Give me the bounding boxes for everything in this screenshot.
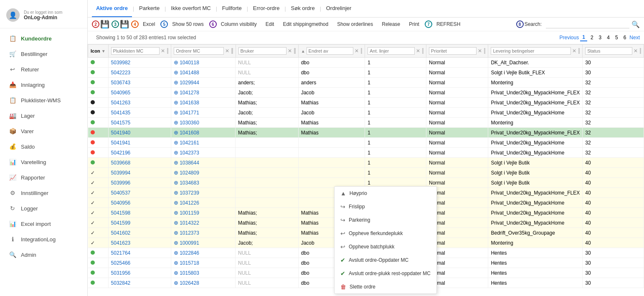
filter-ordrenr[interactable]	[174, 47, 224, 55]
table-row[interactable]: 5042196 ⊕1042373 1 Normal Privat_Under20…	[88, 148, 644, 158]
table-row[interactable]: ✓ 5039994 ⊕1024809 1 Normal Solgt i Vejl…	[88, 168, 644, 178]
col-resize-ordrenr[interactable]	[231, 48, 233, 54]
filter-clear-endret-av[interactable]: ✕	[355, 48, 359, 54]
expand-btn[interactable]: ⊕	[174, 230, 178, 236]
show50rows-button[interactable]: Show 50 rows	[169, 20, 207, 28]
expand-btn[interactable]: ⊕	[174, 270, 178, 276]
filter-clear-ant-linjer[interactable]: ✕	[416, 48, 420, 54]
sidebar-item-innlagring[interactable]: 📥Innlagring	[2, 77, 85, 92]
ordrenr-link[interactable]: 1034683	[180, 180, 199, 186]
col-resize-plukkliste[interactable]	[167, 48, 168, 54]
plukkliste-link[interactable]: 5042196	[111, 150, 131, 156]
plukkliste-link[interactable]: 5039982	[111, 60, 131, 66]
plukkliste-link[interactable]: 5040956	[111, 200, 131, 206]
plukkliste-link[interactable]: 5041599	[111, 220, 131, 226]
tab-error-ordre[interactable]: Error-ordre	[249, 0, 284, 17]
sidebar-item-bestillinger[interactable]: 🛒Bestillinger	[2, 46, 85, 61]
plukkliste-link[interactable]: 5040965	[111, 90, 131, 96]
table-row[interactable]: 5042223 ⊕1041488 NULL dbo 1 Normal Solgt…	[88, 68, 644, 78]
filter-prioritet[interactable]	[429, 47, 477, 55]
expand-btn[interactable]: ⊕	[174, 69, 178, 76]
ordrenr-link[interactable]: 1042161	[180, 140, 199, 146]
expand-btn[interactable]: ⊕	[174, 210, 178, 216]
plukkliste-link[interactable]: 5041940	[111, 130, 131, 136]
sidebar-item-admin[interactable]: 🔍Admin	[2, 247, 85, 262]
expand-btn[interactable]: ⊕	[174, 190, 178, 196]
expand-btn[interactable]: ⊕	[174, 260, 178, 266]
next-page-btn[interactable]: Next	[629, 35, 640, 40]
filter-clear-plukkliste[interactable]: ✕	[161, 48, 165, 54]
filter-levering[interactable]	[491, 47, 570, 55]
plukkliste-link[interactable]: 5025466	[111, 260, 131, 266]
table-row[interactable]: 5041435 ⊕1041771 Jacob; Jacob 1 Normal P…	[88, 108, 644, 118]
expand-btn[interactable]: ⊕	[174, 149, 178, 156]
page-4-btn[interactable]: 4	[605, 34, 612, 41]
ordrenr-link[interactable]: 1037239	[180, 190, 199, 196]
filter-clear-levering[interactable]: ✕	[572, 48, 576, 54]
edit-shipping-button[interactable]: Edit shippingmethod	[279, 20, 332, 28]
expand-btn[interactable]: ⊕	[174, 220, 178, 226]
expand-btn[interactable]: ⊕	[174, 79, 178, 86]
page-3-btn[interactable]: 3	[597, 34, 604, 41]
plukkliste-link[interactable]: 5041598	[111, 210, 131, 216]
tab-ikke-overfort-mc[interactable]: Ikke overfort MC	[167, 0, 215, 17]
table-row[interactable]: 5041575 ⊕1030360 Mathias; Mathias 1 Norm…	[88, 118, 644, 128]
plukkliste-link[interactable]: 5039994	[111, 170, 131, 176]
context-menu-item-oppheve-flerkundeplukk[interactable]: ↩Oppheve flerkundeplukk	[335, 227, 436, 240]
sidebar-item-saldo[interactable]: 💰Saldo	[2, 139, 85, 154]
ordrenr-link[interactable]: 1014322	[180, 220, 199, 226]
table-row[interactable]: 5040965 ⊕1041278 Jacob; Jacob 1 Normal P…	[88, 88, 644, 98]
context-menu-item-frislipp[interactable]: ↪Frislipp	[335, 200, 436, 213]
tab-sok-ordre[interactable]: Søk ordre	[287, 0, 319, 17]
sidebar-item-kundeordre[interactable]: 📋Kundeordre	[2, 31, 85, 46]
ordrenr-link[interactable]: 1030360	[180, 120, 199, 126]
expand-btn[interactable]: ⊕	[174, 200, 178, 206]
tab-parkerte[interactable]: Parkerte	[135, 0, 164, 17]
toolbar-icon-save2[interactable]: 💾	[120, 20, 129, 29]
expand-btn[interactable]: ⊕	[174, 159, 178, 166]
ordrenr-link[interactable]: 1041638	[180, 100, 199, 106]
col-resize-endret-av[interactable]	[361, 48, 362, 54]
ordrenr-link[interactable]: 1015718	[180, 260, 199, 266]
table-row[interactable]: 5041940 ⊕1041608 Mathias; Mathias 1 Norm…	[88, 128, 644, 138]
table-row[interactable]: 5039668 ⊕1038644 1 Normal Solgt i Vejle …	[88, 158, 644, 168]
sidebar-item-varetelling[interactable]: 📊Varetelling	[2, 154, 85, 170]
plukkliste-link[interactable]: 5031956	[111, 270, 131, 276]
ordrenr-link[interactable]: 1026428	[180, 280, 199, 286]
filter-clear-ordrenr[interactable]: ✕	[225, 48, 229, 54]
tab-fullforte[interactable]: Fullforte	[218, 0, 246, 17]
column-visibility-button[interactable]: Column visibility	[218, 20, 260, 28]
expand-btn[interactable]: ⊕	[174, 99, 178, 106]
plukkliste-link[interactable]: 5039668	[111, 160, 131, 166]
expand-btn[interactable]: ⊕	[174, 280, 178, 286]
expand-btn[interactable]: ⊕	[174, 139, 178, 146]
expand-btn[interactable]: ⊕	[174, 109, 178, 116]
col-resize-ant-linjer[interactable]	[422, 48, 423, 54]
context-menu-item-parkering[interactable]: ↪Parkering	[335, 213, 436, 227]
table-row[interactable]: 5041263 ⊕1041638 Mathias; Mathias 1 Norm…	[88, 98, 644, 108]
ordrenr-link[interactable]: 1000991	[180, 240, 199, 246]
ordrenr-link[interactable]: 1041608	[180, 130, 199, 136]
context-menu-item-slette-ordre[interactable]: 🗑Slette ordre	[335, 280, 436, 293]
plukkliste-link[interactable]: 5042223	[111, 70, 131, 76]
expand-btn[interactable]: ⊕	[174, 129, 178, 136]
table-row[interactable]: 5041941 ⊕1042161 1 Normal Privat_Under20…	[88, 138, 644, 148]
context-menu-item-avslutt-oppdater-mc[interactable]: ✔Avslutt ordre-Oppdater MC	[335, 253, 436, 267]
ordrenr-link[interactable]: 1012373	[180, 230, 199, 236]
filter-clear-status[interactable]: ✕	[634, 48, 638, 54]
toolbar-icon-save1[interactable]: 💾	[100, 20, 109, 29]
plukkliste-link[interactable]: 5041263	[111, 100, 131, 106]
search-button[interactable]: 🔍	[631, 20, 640, 28]
sidebar-item-varer[interactable]: 📦Varer	[2, 124, 85, 139]
refresh-button[interactable]: REFRESH	[433, 20, 464, 28]
filter-clear-bruker[interactable]: ✕	[288, 48, 292, 54]
plukkliste-link[interactable]: 5040537	[111, 190, 131, 196]
excel-button[interactable]: Excel	[139, 20, 158, 28]
ordrenr-link[interactable]: 1040118	[180, 60, 199, 66]
plukkliste-link[interactable]: 5041435	[111, 110, 131, 116]
sidebar-item-plukklister-wms[interactable]: 📋Plukklister-WMS	[2, 93, 85, 108]
expand-btn[interactable]: ⊕	[174, 240, 178, 246]
ordrenr-link[interactable]: 1029944	[180, 80, 199, 86]
plukkliste-link[interactable]: 5041941	[111, 140, 131, 146]
col-resize-bruker[interactable]	[294, 48, 295, 54]
